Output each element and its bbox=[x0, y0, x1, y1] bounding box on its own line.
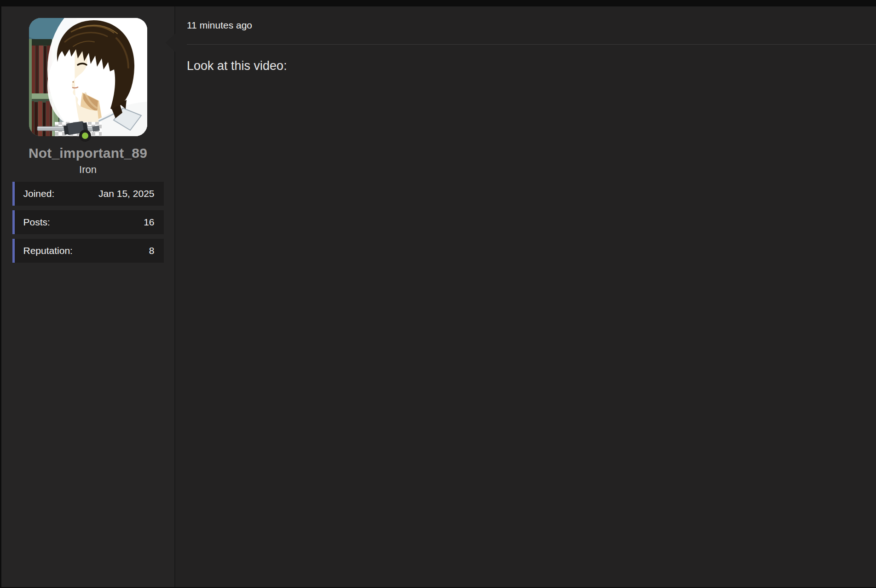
post-header: 11 minutes ago bbox=[175, 6, 876, 44]
author-sidebar: Not_important_89 Iron Joined: Jan 15, 20… bbox=[1, 6, 175, 587]
post-timestamp: 11 minutes ago bbox=[187, 20, 252, 31]
stat-label: Reputation: bbox=[23, 245, 73, 256]
post-content-area: 11 minutes ago Look at this video: bbox=[175, 6, 876, 587]
stat-label: Posts: bbox=[23, 217, 50, 228]
forum-post: Not_important_89 Iron Joined: Jan 15, 20… bbox=[1, 6, 876, 587]
stat-row-joined: Joined: Jan 15, 2025 bbox=[12, 182, 164, 206]
user-avatar[interactable] bbox=[29, 18, 147, 136]
stat-value: 8 bbox=[149, 245, 155, 256]
post-text: Look at this video: bbox=[187, 59, 287, 73]
username[interactable]: Not_important_89 bbox=[29, 145, 147, 161]
user-stats: Joined: Jan 15, 2025 Posts: 16 Reputatio… bbox=[12, 182, 164, 263]
online-status-indicator bbox=[79, 130, 91, 142]
post-bubble-notch bbox=[166, 34, 175, 52]
post-body: Look at this video: bbox=[175, 45, 876, 87]
avatar-image bbox=[29, 18, 147, 136]
avatar-illustration bbox=[29, 18, 147, 136]
stat-value: 16 bbox=[144, 217, 154, 228]
stat-label: Joined: bbox=[23, 188, 55, 199]
stat-row-reputation: Reputation: 8 bbox=[12, 239, 164, 263]
user-rank: Iron bbox=[79, 164, 97, 176]
stat-value: Jan 15, 2025 bbox=[98, 188, 154, 199]
stat-row-posts: Posts: 16 bbox=[12, 210, 164, 234]
